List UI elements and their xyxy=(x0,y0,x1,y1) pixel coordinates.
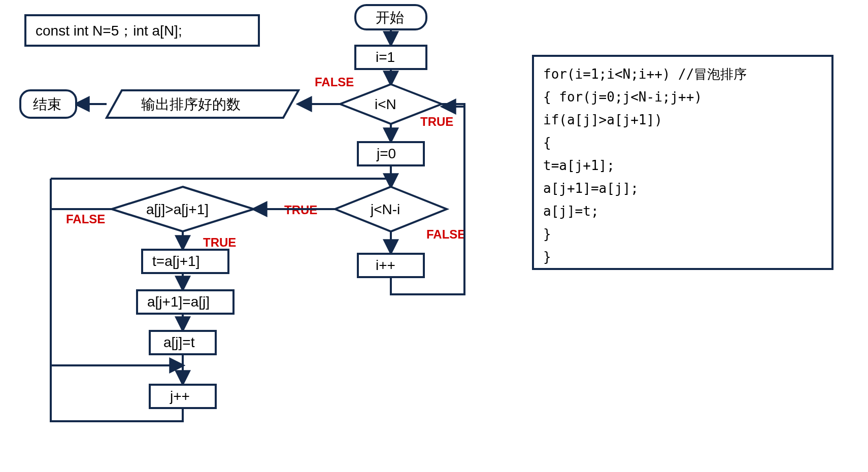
code-line-3: if(a[j]>a[j+1]) xyxy=(543,112,662,127)
compare-true: TRUE xyxy=(203,235,236,249)
i-test-label: i<N xyxy=(375,96,396,112)
j-test-label: j<N-i xyxy=(370,201,400,217)
j-inc-label: j++ xyxy=(170,388,190,404)
swap1-label: t=a[j+1] xyxy=(152,253,199,269)
code-line-6: a[j+1]=a[j]; xyxy=(543,181,639,196)
i-test-false: FALSE xyxy=(315,75,354,89)
compare-label: a[j]>a[j+1] xyxy=(146,201,209,217)
end-label: 结束 xyxy=(33,96,61,112)
i-init-label: i=1 xyxy=(376,49,395,65)
compare-false: FALSE xyxy=(66,212,105,226)
i-test-true: TRUE xyxy=(420,115,453,128)
code-line-2: { for(j=0;j<N-i;j++) xyxy=(543,89,702,105)
code-line-9: } xyxy=(543,249,551,264)
code-line-1: for(i=1;i<N;i++) //冒泡排序 xyxy=(543,66,747,82)
swap3-label: a[j]=t xyxy=(163,334,195,350)
j-test-false: FALSE xyxy=(426,227,465,241)
j-init-label: j=0 xyxy=(376,146,396,161)
swap2-label: a[j+1]=a[j] xyxy=(147,294,210,310)
output-label: 输出排序好的数 xyxy=(141,96,241,112)
declaration-text: const int N=5；int a[N]; xyxy=(36,23,182,39)
start-label: 开始 xyxy=(376,10,404,25)
flowchart-canvas: const int N=5；int a[N]; 开始 i=1 i<N FALSE… xyxy=(0,0,868,472)
code-line-4: { xyxy=(543,135,551,150)
i-inc-label: i++ xyxy=(376,257,395,273)
code-line-7: a[j]=t; xyxy=(543,204,599,219)
code-line-5: t=a[j+1]; xyxy=(543,158,615,173)
code-line-8: } xyxy=(543,226,551,242)
